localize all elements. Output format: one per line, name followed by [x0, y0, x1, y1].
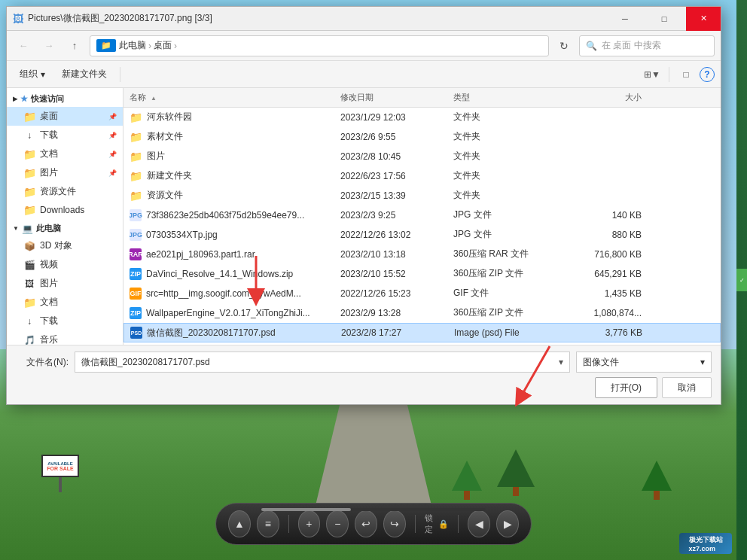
col-header-name[interactable]: 名称 ▲: [130, 92, 340, 103]
this-pc-header[interactable]: ▼ 💻 此电脑: [7, 221, 123, 236]
psd-icon: PSD: [130, 327, 142, 339]
sidebar-item-downloads-pc[interactable]: ↓ 下载: [7, 312, 123, 330]
folder-icon: 📁: [23, 186, 35, 198]
sidebar-item-label: 图片: [40, 277, 58, 290]
folder-icon: 📁: [23, 204, 35, 216]
this-pc-label: 此电脑: [36, 223, 61, 234]
file-type-cell: 360压缩 ZIP 文件: [453, 306, 566, 319]
toolbar-separator-2: [669, 67, 669, 82]
sidebar-item-documents-quick[interactable]: 📁 文档 📌: [7, 145, 123, 163]
sidebar-item-downloads-quick[interactable]: ↓ 下载 📌: [7, 126, 123, 145]
file-name-text: DaVinci_Resolve_14.1_Windows.zip: [146, 269, 293, 279]
sidebar-item-pictures-quick[interactable]: 📁 图片 📌: [7, 163, 123, 182]
toolbar-plus-btn[interactable]: +: [298, 510, 321, 537]
up-button[interactable]: ↑: [64, 35, 85, 56]
toolbar-prev-btn[interactable]: ◀: [468, 510, 490, 537]
sidebar-item-pictures-pc[interactable]: 🖼 图片: [7, 274, 123, 293]
table-row[interactable]: 📁 素材文件 2023/2/6 9:55 文件夹: [123, 127, 721, 147]
sidebar-item-3d[interactable]: 📦 3D 对象: [7, 236, 123, 255]
pictures-icon: 🖼: [23, 278, 35, 290]
col-header-size[interactable]: 大小: [566, 92, 642, 103]
sidebar-item-label: Downloads: [40, 205, 84, 215]
tree-1: [452, 461, 482, 500]
forward-button[interactable]: →: [38, 35, 59, 56]
file-size-cell: 1,080,874...: [566, 308, 642, 318]
sidebar-item-downloads-en[interactable]: 📁 Downloads: [7, 201, 123, 219]
file-name-cell: JPG 73f38623e25db4063f75d2b59e4ee79...: [130, 209, 340, 221]
search-box[interactable]: 🔍 在 桌面 中搜索: [579, 35, 715, 56]
sidebar-item-music[interactable]: 🎵 音乐: [7, 330, 123, 345]
file-size-cell: 716,800 KB: [566, 249, 642, 260]
collapse-arrow: ▶: [13, 96, 17, 102]
table-row[interactable]: 📁 资源文件 2023/2/15 13:39 文件夹: [123, 186, 721, 205]
col-header-date[interactable]: 修改日期: [340, 92, 453, 103]
close-button[interactable]: ✕: [686, 7, 721, 31]
minimize-button[interactable]: ─: [608, 7, 642, 31]
path-part-2: 桌面: [154, 39, 172, 52]
filename-input[interactable]: 微信截图_20230208171707.psd ▾: [75, 352, 570, 373]
cancel-button[interactable]: 取消: [662, 377, 712, 398]
folder-icon: 📁: [23, 111, 35, 123]
quick-access-header[interactable]: ▶ ★ 快速访问: [7, 91, 123, 107]
toolbar-back-btn[interactable]: ▲: [228, 510, 251, 537]
jpg-icon: JPG: [130, 229, 142, 241]
file-size-cell: 880 KB: [566, 230, 642, 240]
star-icon: ★: [20, 94, 28, 104]
window-button[interactable]: □: [675, 64, 697, 85]
table-row[interactable]: JPG 07303534XTp.jpg 2022/12/26 13:02 JPG…: [123, 225, 721, 245]
table-row[interactable]: 📁 图片 2023/2/8 10:45 文件夹: [123, 147, 721, 166]
organize-button[interactable]: 组织 ▾: [13, 64, 52, 85]
file-type-cell: JPG 文件: [453, 208, 566, 221]
tree-3: [642, 461, 672, 500]
file-dialog: 🖼 Pictures\微信截图_20230208171707.png [3/3]…: [6, 6, 721, 405]
back-button[interactable]: ←: [13, 35, 34, 56]
filetype-select[interactable]: 图像文件 ▾: [576, 352, 712, 373]
address-path[interactable]: 📁 此电脑 › 桌面 ›: [90, 35, 549, 56]
watermark: 极光下载站xz7.com: [679, 533, 732, 554]
sidebar-item-desktop-quick[interactable]: 📁 桌面 📌: [7, 107, 123, 126]
file-name-cell: RAR ae2021pj_180963.part1.rar: [130, 248, 340, 260]
expand-arrow: ▼: [13, 225, 19, 232]
toolbar-undo-btn[interactable]: ↩: [355, 510, 377, 537]
toolbar-minus-btn[interactable]: −: [326, 510, 349, 537]
help-button[interactable]: ?: [700, 67, 715, 82]
table-row[interactable]: 📁 新建文件夹 2022/6/23 17:56 文件夹: [123, 166, 721, 186]
toolbar-separator: [120, 67, 120, 82]
new-folder-button[interactable]: 新建文件夹: [55, 64, 114, 85]
title-bar: 🖼 Pictures\微信截图_20230208171707.png [3/3]…: [7, 7, 721, 31]
maximize-button[interactable]: □: [647, 7, 681, 31]
table-row[interactable]: ZIP WallpaperEngine_V2.0.17_XiTongZhiJi.…: [123, 303, 721, 323]
jpg-icon: JPG: [130, 209, 142, 221]
open-button[interactable]: 打开(O): [595, 377, 657, 398]
file-date-cell: 2023/2/9 13:28: [340, 308, 453, 318]
col-header-type[interactable]: 类型: [453, 92, 566, 103]
sidebar-item-resources-quick[interactable]: 📁 资源文件: [7, 182, 123, 201]
sidebar-item-documents-pc[interactable]: 📁 文档: [7, 293, 123, 312]
pin-icon: 📌: [108, 113, 117, 120]
file-date-cell: 2023/2/8 10:45: [340, 151, 453, 162]
3d-icon: 📦: [23, 240, 35, 252]
toolbar-next-btn[interactable]: ▶: [496, 510, 519, 537]
file-type-cell: 360压缩 RAR 文件: [453, 248, 566, 260]
file-date-cell: 2023/2/10 15:52: [340, 269, 453, 279]
refresh-button[interactable]: ↻: [553, 35, 575, 56]
toolbar-menu-btn[interactable]: ≡: [257, 510, 279, 537]
file-name-text: 07303534XTp.jpg: [146, 230, 218, 240]
view-toggle-button[interactable]: ⊞▼: [642, 64, 663, 85]
sign-forsale-text: FOR SALE: [47, 466, 73, 471]
table-row[interactable]: PSD 微信截图_20230208171707.psd 2023/2/8 17:…: [123, 323, 721, 342]
path-icon: 📁: [96, 39, 116, 52]
file-list-scroll[interactable]: 名称 ▲ 修改日期 类型 大小 📁 河东软件园: [123, 88, 721, 345]
table-row[interactable]: GIF src=http__img.soogif.com_kywAedM... …: [123, 284, 721, 303]
table-row[interactable]: 📁 河东软件园 2023/1/29 12:03 文件夹: [123, 108, 721, 127]
sidebar-item-label: 资源文件: [40, 185, 76, 198]
table-row[interactable]: ZIP DaVinci_Resolve_14.1_Windows.zip 202…: [123, 264, 721, 284]
table-row[interactable]: JPG 73f38623e25db4063f75d2b59e4ee79... 2…: [123, 205, 721, 225]
file-date-cell: 2023/2/10 13:18: [340, 249, 453, 260]
sidebar-item-video[interactable]: 🎬 视频: [7, 255, 123, 274]
toolbar-right: ⊞▼ □ ?: [642, 64, 715, 85]
file-name-text: src=http__img.soogif.com_kywAedM...: [146, 288, 301, 299]
file-type-cell: 文件夹: [453, 111, 566, 123]
table-row[interactable]: RAR ae2021pj_180963.part1.rar 2023/2/10 …: [123, 245, 721, 264]
toolbar-redo-btn[interactable]: ↪: [383, 510, 406, 537]
